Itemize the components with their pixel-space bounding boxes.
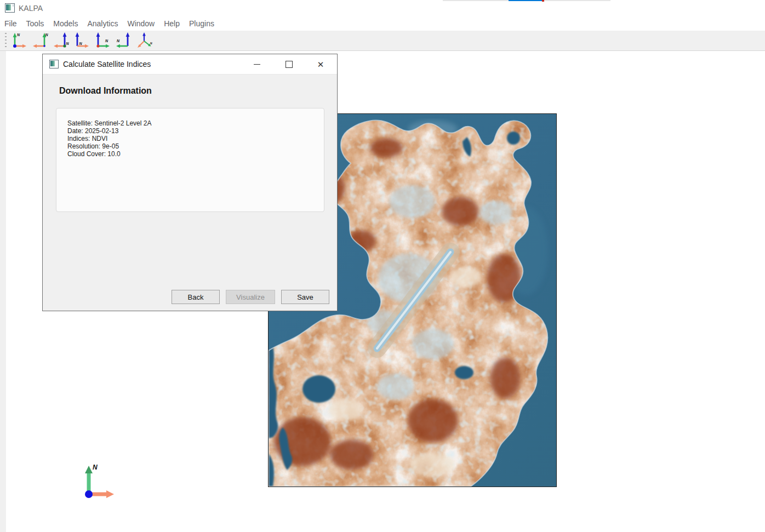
minimize-button[interactable]	[245, 56, 269, 72]
axis-z-up-x-right-icon: N	[73, 32, 90, 49]
menu-plugins[interactable]: Plugins	[189, 19, 214, 28]
orient-y-up-x-right-button[interactable]: N	[9, 32, 30, 49]
svg-text:N: N	[79, 42, 83, 45]
axis-z-up-y-right-icon: N	[94, 32, 111, 49]
close-icon: ✕	[317, 60, 324, 68]
orient-isometric-button[interactable]: N	[134, 32, 155, 49]
close-button[interactable]: ✕	[309, 56, 333, 72]
minimize-icon	[254, 64, 260, 65]
info-date: Date: 2025-02-13	[67, 127, 324, 135]
orientation-toolbar: N N N	[0, 31, 765, 51]
orient-z-up-x-right-button[interactable]: N	[71, 32, 92, 49]
background-window-edge	[443, 0, 610, 1]
menu-models[interactable]: Models	[53, 19, 78, 28]
background-window-marker	[542, 0, 544, 2]
background-window-accent	[509, 0, 542, 1]
orient-y-up-x-left-button[interactable]: N	[30, 32, 50, 49]
compass-north-label: N	[93, 464, 98, 471]
app-icon	[5, 3, 15, 13]
left-dock-gutter	[0, 51, 6, 532]
orient-z-up-x-left-button[interactable]: N	[50, 32, 71, 49]
svg-text:N: N	[17, 33, 20, 37]
info-indices: Indices: NDVI	[67, 135, 324, 142]
download-information-heading: Download Information	[59, 86, 152, 96]
dialog-titlebar[interactable]: Calculate Satellite Indices ✕	[43, 54, 337, 75]
axis-y-up-x-right-icon: N	[11, 32, 27, 49]
dialog-window-controls: ✕	[237, 56, 337, 72]
download-info-panel: Satellite: Sentinel-2 Level 2A Date: 202…	[56, 108, 324, 212]
menu-window[interactable]: Window	[127, 19, 155, 28]
svg-text:N: N	[150, 42, 152, 45]
dialog-button-row: Back Visualize Save	[172, 290, 329, 304]
info-resolution: Resolution: 9e-05	[67, 142, 324, 150]
dialog-title: Calculate Satellite Indices	[63, 60, 237, 68]
save-button[interactable]: Save	[281, 290, 329, 304]
axis-y-up-x-left-icon: N	[32, 32, 48, 49]
visualize-button[interactable]: Visualize	[226, 290, 275, 304]
application-window: KALPA File Tools Models Analytics Window…	[0, 0, 765, 532]
maximize-button[interactable]	[277, 56, 301, 72]
dialog-calculate-satellite-indices: Calculate Satellite Indices ✕ Download I…	[42, 54, 338, 311]
svg-text:N: N	[66, 42, 70, 45]
orient-z-up-y-right-button[interactable]: N	[92, 32, 113, 49]
orient-z-up-y-left-button[interactable]: N	[113, 32, 134, 49]
maximize-icon	[286, 61, 293, 68]
menubar: File Tools Models Analytics Window Help …	[0, 16, 443, 31]
viewport-compass: N	[80, 461, 119, 502]
svg-text:N: N	[45, 33, 49, 37]
menu-file[interactable]: File	[4, 19, 17, 28]
dialog-app-icon	[49, 60, 59, 68]
axis-isometric-icon: N	[136, 32, 152, 49]
info-cloud-cover: Cloud Cover: 10.0	[67, 150, 324, 158]
svg-text:N: N	[117, 39, 120, 43]
info-satellite: Satellite: Sentinel-2 Level 2A	[67, 119, 324, 127]
axis-z-up-x-left-icon: N	[53, 32, 69, 49]
menu-tools[interactable]: Tools	[26, 19, 44, 28]
axis-z-up-y-left-icon: N	[115, 32, 132, 49]
menu-help[interactable]: Help	[164, 19, 180, 28]
back-button[interactable]: Back	[172, 290, 220, 304]
svg-text:N: N	[105, 39, 109, 43]
menu-analytics[interactable]: Analytics	[87, 19, 118, 28]
compass-origin-dot	[85, 490, 93, 498]
window-titlebar: KALPA	[0, 0, 438, 16]
window-title: KALPA	[19, 4, 43, 13]
toolbar-drag-handle[interactable]	[5, 33, 7, 48]
